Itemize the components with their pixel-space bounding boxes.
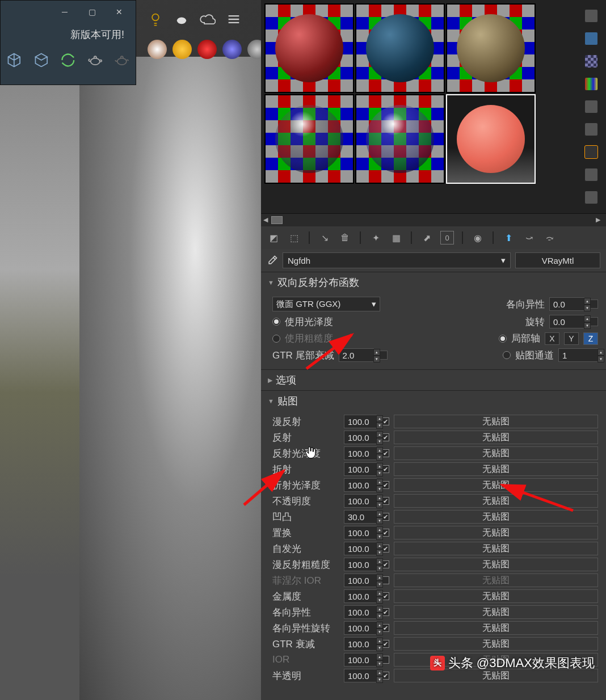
map-amount-spinner[interactable]: 100.0▲▼: [344, 558, 377, 571]
map-slot-button[interactable]: 无贴图: [394, 637, 598, 651]
delete-icon[interactable]: 🗑: [338, 231, 352, 244]
cube-icon[interactable]: [6, 52, 22, 69]
rotation-spinner[interactable]: 0.0▲▼: [549, 315, 584, 328]
map-slot-button[interactable]: 无贴图: [394, 510, 598, 524]
maximize-icon[interactable]: ▢: [87, 7, 97, 17]
uv-tile-icon[interactable]: [584, 77, 598, 91]
map-amount-spinner[interactable]: 100.0▲▼: [344, 653, 377, 667]
use-rough-radio[interactable]: [272, 335, 280, 343]
material-type-button[interactable]: VRayMtl: [515, 252, 600, 268]
scroll-thumb[interactable]: [271, 216, 283, 224]
sample-type-icon[interactable]: [584, 9, 598, 23]
scroll-left-icon[interactable]: ◀: [263, 216, 271, 224]
brdf-model-dropdown[interactable]: 微面 GTR (GGX)▾: [272, 297, 380, 311]
map-amount-spinner[interactable]: 100.0▲▼: [344, 494, 377, 508]
map-channel-radio[interactable]: [503, 351, 511, 359]
map-slot-button[interactable]: 无贴图: [394, 478, 598, 492]
material-slot-6[interactable]: [446, 94, 536, 184]
make-unique-icon[interactable]: ✦: [369, 231, 382, 244]
coffee-icon[interactable]: [148, 40, 167, 59]
map-channel-spinner[interactable]: 1▲▼: [558, 348, 598, 362]
map-amount-spinner[interactable]: 100.0▲▼: [344, 478, 377, 492]
refresh-icon[interactable]: [60, 52, 76, 69]
axis-y-button[interactable]: Y: [564, 332, 579, 345]
material-slot-5[interactable]: [355, 94, 445, 184]
map-amount-spinner[interactable]: 30.0▲▼: [344, 510, 377, 524]
material-slot-1[interactable]: [264, 3, 354, 93]
map-amount-spinner[interactable]: 100.0▲▼: [344, 589, 377, 603]
options-header[interactable]: ▶ 选项: [261, 370, 606, 390]
go-sibling-icon[interactable]: ⤼: [542, 231, 556, 244]
lamp-icon[interactable]: [172, 40, 192, 59]
teapot-white-icon[interactable]: [174, 11, 190, 27]
menu-icon[interactable]: [226, 11, 242, 27]
anisotropy-spinner[interactable]: 0.0▲▼: [549, 297, 584, 311]
material-slot-3[interactable]: [446, 3, 536, 93]
lightbulb-icon[interactable]: [148, 11, 163, 27]
red-tool-icon[interactable]: [197, 40, 217, 59]
map-slot-button[interactable]: 无贴图: [394, 494, 598, 508]
map-slot-button[interactable]: 无贴图: [394, 605, 598, 619]
map-slot-button[interactable]: 无贴图: [394, 558, 598, 571]
map-amount-spinner[interactable]: 100.0▲▼: [344, 431, 377, 444]
map-slot-button[interactable]: 无贴图: [394, 526, 598, 539]
put-to-library-icon[interactable]: ▦: [389, 231, 403, 244]
pick-icon[interactable]: ⬈: [420, 231, 434, 244]
get-material-icon[interactable]: ◩: [267, 231, 280, 244]
map-slot-button[interactable]: 无贴图: [394, 462, 598, 476]
maps-header[interactable]: ▼ 贴图: [261, 391, 606, 411]
map-amount-spinner[interactable]: 100.0▲▼: [344, 526, 377, 539]
material-slot-2[interactable]: [355, 3, 445, 93]
viewport-render[interactable]: [79, 57, 272, 700]
blue-tool-icon[interactable]: [222, 40, 242, 59]
put-to-scene-icon[interactable]: ⬚: [287, 231, 301, 244]
axis-x-button[interactable]: X: [545, 332, 559, 345]
map-amount-spinner[interactable]: 100.0▲▼: [344, 542, 377, 555]
local-axis-radio[interactable]: [499, 335, 507, 343]
main-toolbar: [148, 11, 242, 27]
select-by-material-icon[interactable]: [584, 168, 598, 182]
box-icon[interactable]: [33, 52, 49, 69]
map-amount-spinner[interactable]: 100.0▲▼: [344, 605, 377, 619]
map-slot-button[interactable]: 无贴图: [394, 589, 598, 603]
go-forward-icon[interactable]: ⤻: [522, 231, 536, 244]
map-slot-button[interactable]: 无贴图: [394, 446, 598, 460]
axis-z-button[interactable]: Z: [583, 332, 598, 345]
show-map-icon[interactable]: ◉: [471, 231, 485, 244]
map-amount-spinner[interactable]: 100.0▲▼: [344, 669, 377, 682]
map-slot-button[interactable]: 无贴图: [394, 574, 598, 587]
material-name-dropdown[interactable]: Ngfdh ▾: [283, 252, 511, 268]
minimize-icon[interactable]: ─: [60, 7, 70, 17]
map-slot-button[interactable]: 无贴图: [394, 415, 598, 428]
map-slot-button[interactable]: 无贴图: [394, 542, 598, 555]
preview-icon[interactable]: [584, 123, 598, 136]
use-gloss-radio[interactable]: [272, 318, 280, 326]
go-parent-icon[interactable]: ⬆: [502, 231, 515, 244]
map-slot-button[interactable]: 无贴图: [394, 431, 598, 444]
map-amount-spinner[interactable]: 100.0▲▼: [344, 462, 377, 476]
map-slot-button[interactable]: 无贴图: [394, 621, 598, 635]
map-amount-spinner[interactable]: 100.0▲▼: [344, 574, 377, 587]
scroll-right-icon[interactable]: ▶: [596, 216, 604, 224]
update-window-titlebar[interactable]: ─ ▢ ✕: [1, 1, 136, 23]
slot-scrollbar[interactable]: ◀ ▶: [261, 214, 606, 226]
teapot-outline-icon[interactable]: [114, 52, 130, 69]
gtr-tail-spinner[interactable]: 2.0▲▼: [339, 348, 374, 362]
map-amount-spinner[interactable]: 100.0▲▼: [344, 415, 377, 428]
settings-icon[interactable]: [584, 191, 598, 204]
map-amount-spinner[interactable]: 100.0▲▼: [344, 637, 377, 651]
backlight-icon[interactable]: [584, 32, 598, 45]
background-icon[interactable]: [584, 54, 598, 68]
map-amount-spinner[interactable]: 100.0▲▼: [344, 446, 377, 460]
options-icon[interactable]: [584, 145, 598, 159]
video-check-icon[interactable]: [584, 100, 598, 113]
cloud-icon[interactable]: [200, 11, 216, 27]
id-0-icon[interactable]: 0: [440, 231, 454, 244]
close-icon[interactable]: ✕: [114, 7, 124, 17]
map-amount-spinner[interactable]: 100.0▲▼: [344, 621, 377, 635]
eyedropper-icon[interactable]: [267, 255, 278, 266]
brdf-header[interactable]: ▼ 双向反射分布函数: [261, 272, 606, 293]
material-slot-4[interactable]: [264, 94, 354, 184]
assign-icon[interactable]: ↘: [318, 231, 331, 244]
teapot-icon[interactable]: [87, 52, 103, 69]
